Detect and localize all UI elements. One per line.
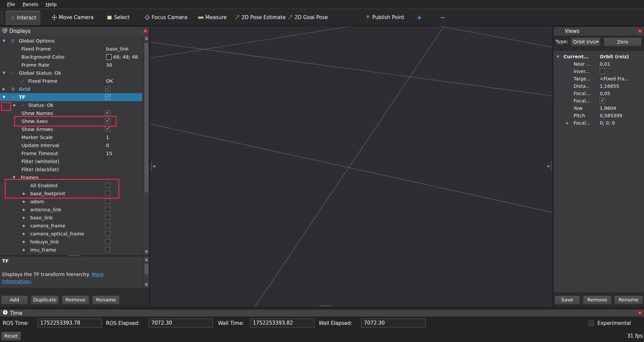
view-row-current-[interactable]: ▼Current...Orbit (rviz) <box>553 53 644 60</box>
tree-row-fixed-frame[interactable]: ✓Fixed FrameOK <box>0 77 142 85</box>
row-value[interactable]: 0,01 <box>600 60 643 68</box>
left-splitter-grip[interactable] <box>151 162 152 170</box>
checkbox[interactable]: ✓ <box>105 94 110 99</box>
view-row-targe-[interactable]: Targe...<Fixed Fra... <box>553 75 644 82</box>
expand-icon[interactable]: ▶ <box>23 246 25 254</box>
checkbox[interactable] <box>105 231 110 236</box>
expand-icon[interactable]: ▶ <box>23 222 25 230</box>
ros-time-value[interactable]: 1752253393.78 <box>38 319 102 328</box>
expand-icon[interactable]: ▶ <box>23 190 25 198</box>
views-panel-header[interactable]: Views ✕ <box>553 27 644 36</box>
collapse-icon[interactable]: ▼ <box>3 69 5 77</box>
view-row-focal-[interactable]: ▶Focal...0; 0; 0 <box>553 119 644 127</box>
collapse-icon[interactable]: ▼ <box>3 37 5 45</box>
checkbox[interactable] <box>105 239 110 244</box>
tree-row-global-status-ok[interactable]: ▼✓Global Status: Ok <box>0 69 142 77</box>
remove-button[interactable]: Remove <box>583 295 611 304</box>
checkbox[interactable] <box>105 207 110 212</box>
rename-button[interactable]: Rename <box>614 295 643 304</box>
row-value[interactable]: 0,05 <box>600 90 643 97</box>
checkbox[interactable]: ✓ <box>105 110 110 116</box>
menu-panels[interactable]: Panels <box>19 2 42 7</box>
collapse-left-icon[interactable]: ◀ <box>153 164 155 168</box>
add-tool-button[interactable]: + <box>413 11 426 24</box>
tool-publish-point[interactable]: Publish Point <box>362 11 408 24</box>
tree-row-global-options[interactable]: ▼⚙Global Options <box>0 37 142 45</box>
collapse-icon[interactable]: ▼ <box>557 53 559 60</box>
view-row-focal-[interactable]: Focal...0,05 <box>553 90 644 97</box>
tree-row-show-arrows[interactable]: Show Arrows✓ <box>0 125 142 133</box>
tree-row-frame-timeout[interactable]: Frame Timeout15 <box>0 149 142 157</box>
duplicate-button[interactable]: Duplicate <box>31 295 59 304</box>
expand-icon[interactable]: ▶ <box>23 198 25 206</box>
scroll-thumb[interactable] <box>144 42 149 193</box>
reset-button[interactable]: Reset <box>1 332 21 341</box>
time-panel-header[interactable]: Time ✕ <box>0 310 644 317</box>
menu-help[interactable]: Help <box>42 2 60 7</box>
row-value[interactable]: 0,585399 <box>600 112 643 119</box>
scroll-down-icon[interactable]: ▼ <box>144 249 149 255</box>
row-value[interactable]: 15 <box>106 149 142 157</box>
tree-scrollbar[interactable]: ▲ ▼ <box>143 36 149 255</box>
expand-icon[interactable]: ▶ <box>23 214 25 222</box>
ros-elapsed-value[interactable]: 7072.30 <box>149 319 213 328</box>
view-row-inver-[interactable]: Inver... <box>553 68 644 75</box>
row-value[interactable]: base_link <box>106 45 142 53</box>
row-value[interactable]: 0; 0; 0 <box>600 119 643 127</box>
tree-row-tf[interactable]: ▼TF✓ <box>0 93 142 101</box>
tree-row-imu-frame[interactable]: ▶imu_frame <box>0 246 142 254</box>
wall-elapsed-value[interactable]: 7072.30 <box>361 319 426 328</box>
tree-row-hokuyo-link[interactable]: ▶hokuyo_link <box>0 238 142 246</box>
toolbar-grip-handle[interactable] <box>1 12 3 23</box>
wall-time-value[interactable]: 1752253393.82 <box>250 319 315 328</box>
close-icon[interactable]: ✕ <box>638 29 642 33</box>
scroll-thumb[interactable] <box>144 263 149 275</box>
close-icon[interactable]: ✕ <box>638 311 642 315</box>
close-icon[interactable]: ✕ <box>143 29 148 33</box>
scroll-down-icon[interactable]: ▼ <box>144 282 149 287</box>
rename-button[interactable]: Rename <box>92 295 120 304</box>
checkbox[interactable] <box>105 199 110 204</box>
tool-move-camera[interactable]: Move Camera <box>48 11 97 24</box>
checkbox[interactable] <box>105 247 110 252</box>
row-value[interactable]: 1,16655 <box>600 82 643 90</box>
tree-row-camera-frame[interactable]: ▶camera_frame <box>0 222 142 230</box>
tool-2d-pose-estimate[interactable]: 2D Pose Estimate <box>231 11 289 24</box>
scroll-up-icon[interactable]: ▲ <box>144 36 149 41</box>
collapse-icon[interactable]: ▼ <box>3 93 5 101</box>
row-value[interactable]: OK <box>106 77 142 85</box>
row-value[interactable]: 1,9604 <box>600 105 643 112</box>
tree-row-filter-blacklist-[interactable]: Filter (blacklist) <box>0 165 142 174</box>
expand-icon[interactable]: ▶ <box>23 238 25 246</box>
tool-select[interactable]: Select <box>103 11 133 24</box>
row-value[interactable]: 48; 48; 48 <box>106 53 142 61</box>
checkbox[interactable] <box>105 223 110 228</box>
checkbox[interactable]: ✓ <box>600 98 605 103</box>
tree-row-status-ok[interactable]: ▶✓Status: Ok <box>0 101 142 109</box>
row-value[interactable]: 1 <box>106 133 142 141</box>
collapse-icon[interactable]: ▼ <box>13 174 15 182</box>
checkbox[interactable] <box>105 183 110 188</box>
checkbox[interactable] <box>600 68 605 74</box>
view-row-focal-[interactable]: Focal...✓ <box>553 97 644 105</box>
displays-panel-header[interactable]: Displays ✕ <box>0 27 149 36</box>
3d-viewport[interactable]: ◀ ▶ •••••• <box>150 26 552 307</box>
tool-focus-camera[interactable]: Focus Camera <box>141 11 191 24</box>
tree-row-all-enabled[interactable]: All Enabled <box>0 182 142 190</box>
tree-row-background-color[interactable]: Background Color48; 48; 48 <box>0 53 142 61</box>
tree-row-frames[interactable]: ▼Frames <box>0 174 142 182</box>
scroll-up-icon[interactable]: ▲ <box>144 257 149 262</box>
tree-row-fixed-frame[interactable]: Fixed Framebase_link <box>0 45 142 53</box>
tree-row-base-footprint[interactable]: ▶base_footprint <box>0 190 142 198</box>
expand-icon[interactable]: ▶ <box>3 85 5 93</box>
tree-row-show-axes[interactable]: Show Axes✓ <box>0 117 142 125</box>
tree-row-marker-scale[interactable]: Marker Scale1 <box>0 133 142 141</box>
tool-2d-goal-pose[interactable]: 2D Goal Pose <box>284 11 331 24</box>
row-value[interactable]: 0 <box>106 141 142 149</box>
experimental-checkbox[interactable] <box>588 320 594 326</box>
view-row-near-[interactable]: Near ...0,01 <box>553 60 644 68</box>
tree-row-filter-whitelist-[interactable]: Filter (whitelist) <box>0 157 142 165</box>
expand-icon[interactable]: ▶ <box>13 101 16 109</box>
menu-file[interactable]: File <box>3 2 19 7</box>
view-row-yaw[interactable]: Yaw1,9604 <box>553 105 644 112</box>
